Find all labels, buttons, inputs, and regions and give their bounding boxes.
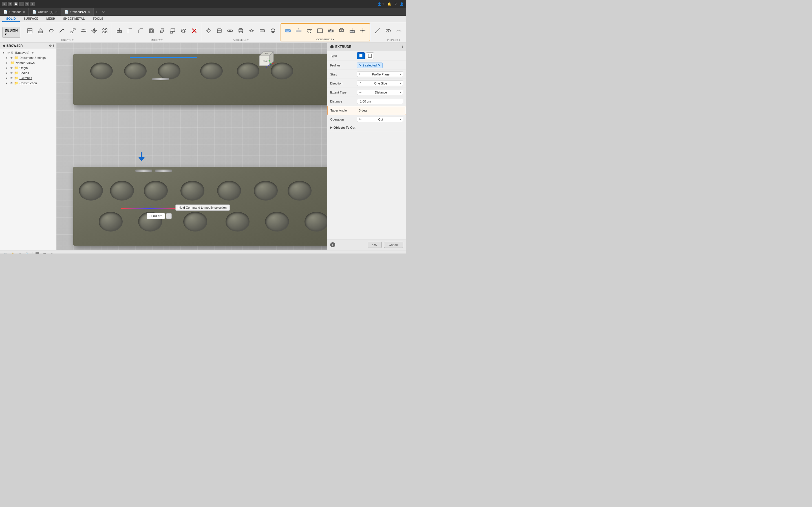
offset-plane-tool[interactable] xyxy=(283,25,293,36)
nav-cube[interactable]: FRONT TOP X Y Z xyxy=(254,47,276,70)
ok-button[interactable]: OK xyxy=(368,242,382,248)
objects-to-cut-row[interactable]: ▶ Objects To Cut xyxy=(327,124,406,131)
rigid-joint-tool[interactable] xyxy=(214,25,224,36)
panel-expand-btn[interactable]: ⟩ xyxy=(402,45,403,49)
tree-item-construction[interactable]: ▶ 👁 📁 Construction xyxy=(0,80,56,86)
toolbar-tab-mesh[interactable]: MESH xyxy=(42,16,59,22)
account-icon[interactable]: 👤 xyxy=(400,2,404,6)
toolbar-tab-sheetmetal[interactable]: SHEET METAL xyxy=(59,16,89,22)
create-tool-1[interactable] xyxy=(25,25,35,36)
hole-tool[interactable] xyxy=(79,25,89,36)
construction-eye[interactable]: 👁 xyxy=(10,82,13,85)
new-tab-btn[interactable]: + xyxy=(94,8,100,16)
browser-pin-btn[interactable]: ⊙ xyxy=(49,44,52,48)
cancel-button[interactable]: Cancel xyxy=(384,242,403,248)
slider-tool[interactable] xyxy=(225,25,235,36)
tangent-plane-tool[interactable] xyxy=(304,25,314,36)
tree-item-named-views[interactable]: ▶ 📁 Named Views xyxy=(0,60,56,65)
root-visibility-icon[interactable]: 👁 xyxy=(31,51,34,54)
scale-tool[interactable] xyxy=(168,25,178,36)
distance-more-btn[interactable]: ⋮ xyxy=(166,213,172,219)
fillet-tool[interactable] xyxy=(125,25,135,36)
x-mark-tool[interactable] xyxy=(189,25,199,36)
camera-btn[interactable]: 📷 xyxy=(2,251,8,254)
through-points-tool[interactable] xyxy=(326,25,336,36)
tree-item-root[interactable]: ▼ 👁 ⚙ (Unsaved) 👁 xyxy=(0,50,56,55)
cylindrical-tool[interactable] xyxy=(236,25,246,36)
ball-tool[interactable] xyxy=(268,25,278,36)
type-solid-btn[interactable] xyxy=(357,52,365,59)
joint-tool[interactable] xyxy=(204,25,214,36)
shell-tool[interactable] xyxy=(146,25,156,36)
loft-tool[interactable] xyxy=(68,25,78,36)
operation-select[interactable]: ✂ Cut ▾ xyxy=(357,117,403,122)
type-surface-btn[interactable] xyxy=(366,52,374,59)
tab-close-2[interactable]: ✕ xyxy=(55,10,57,13)
tab-close-1[interactable]: ✕ xyxy=(23,10,25,13)
toolbar-tab-tools[interactable]: TOOLS xyxy=(89,16,107,22)
taper-angle-input[interactable] xyxy=(357,108,403,113)
draft-tool[interactable] xyxy=(157,25,167,36)
tree-item-origin[interactable]: ▶ 👁 📁 Origin xyxy=(0,65,56,70)
profiles-chip[interactable]: ↖ 2 selected ✕ xyxy=(357,62,383,68)
undo-icon[interactable]: ↩ xyxy=(19,2,24,6)
plane-angle-tool[interactable] xyxy=(294,25,304,36)
tree-item-bodies[interactable]: ▶ 👁 📁 Bodies xyxy=(0,70,56,75)
viewport[interactable]: FRONT TOP X Y Z -1.00 cm xyxy=(56,43,327,250)
distance-input-box[interactable]: -1.00 cm xyxy=(147,213,165,219)
section-tool[interactable] xyxy=(405,25,406,36)
direction-select[interactable]: ↗ One Side ▾ xyxy=(357,80,403,86)
tab-options-btn[interactable]: ⚙ xyxy=(100,8,107,16)
zoom-fit-btn[interactable]: ⊕ xyxy=(17,251,23,254)
move-tool[interactable] xyxy=(89,25,99,36)
bodies-eye[interactable]: 👁 xyxy=(10,71,13,75)
inspect-group-label[interactable]: INSPECT ▾ xyxy=(387,39,400,41)
tab-untitled[interactable]: 📄 Untitled* ✕ xyxy=(0,8,29,16)
grid-toggle-btn[interactable]: ⊞ xyxy=(42,251,48,254)
save-icon[interactable]: 💾 xyxy=(13,2,18,6)
info-icon[interactable]: i xyxy=(330,242,335,247)
doc-settings-eye[interactable]: 👁 xyxy=(10,56,13,59)
chamfer-tool[interactable] xyxy=(136,25,146,36)
toolbar-tab-surface[interactable]: SURFACE xyxy=(20,16,43,22)
point-tool[interactable] xyxy=(358,25,368,36)
sweep-tool[interactable] xyxy=(57,25,67,36)
sketches-eye[interactable]: 👁 xyxy=(10,76,13,80)
interference-tool[interactable] xyxy=(383,25,393,36)
redo-icon[interactable]: ↪ xyxy=(25,2,29,6)
design-dropdown[interactable]: DESIGN ▾ xyxy=(2,27,20,38)
combine-tool[interactable] xyxy=(179,25,189,36)
pin-slot-tool[interactable] xyxy=(246,25,257,36)
assemble-group-label[interactable]: ASSEMBLE ▾ xyxy=(233,39,249,41)
hand-btn[interactable]: ✋ xyxy=(10,251,16,254)
modify-group-label[interactable]: MODIFY ▾ xyxy=(151,39,163,41)
press-pull-tool[interactable] xyxy=(114,25,124,36)
extent-type-select[interactable]: ↔ Distance ▾ xyxy=(357,90,403,95)
profiles-clear-btn[interactable]: ✕ xyxy=(378,63,380,67)
root-eye-icon[interactable]: 👁 xyxy=(7,51,10,54)
browser-expand-btn[interactable]: ⟩ xyxy=(53,44,54,48)
snapping-btn[interactable]: ⊛ xyxy=(49,251,55,254)
display-mode-btn[interactable]: ⬛ xyxy=(34,251,40,254)
extrude-tool[interactable] xyxy=(36,25,46,36)
create-group-label[interactable]: CREATE ▾ xyxy=(61,39,73,41)
axis-perp-tool[interactable] xyxy=(347,25,357,36)
planar-tool[interactable] xyxy=(257,25,267,36)
user-icon[interactable]: 👤 1 xyxy=(377,2,384,6)
construct-group-label[interactable]: CONSTRUCT ▾ xyxy=(316,38,335,41)
browser-collapse-btn[interactable]: ◀ xyxy=(2,44,4,47)
forward-icon[interactable]: ⟩ xyxy=(31,2,35,6)
start-select[interactable]: ⊢ Profile Plane ▾ xyxy=(357,71,403,77)
tab-untitled-1[interactable]: 📄 Untitled*(1) ✕ xyxy=(29,8,61,16)
tree-item-sketches[interactable]: ▶ 👁 📁 Sketches xyxy=(0,75,56,80)
revolve-tool[interactable] xyxy=(46,25,56,36)
tab-close-3[interactable]: ✕ xyxy=(88,10,90,13)
help-icon[interactable]: ? xyxy=(395,2,396,6)
origin-eye[interactable]: 👁 xyxy=(10,66,13,69)
midplane-tool[interactable] xyxy=(315,25,325,36)
zoom-window-btn[interactable]: 🔍 xyxy=(24,251,31,254)
axis-cylinder-tool[interactable] xyxy=(336,25,347,36)
measure-tool[interactable] xyxy=(372,25,383,36)
distance-input[interactable] xyxy=(357,99,403,104)
bell-icon[interactable]: 🔔 xyxy=(388,2,391,6)
